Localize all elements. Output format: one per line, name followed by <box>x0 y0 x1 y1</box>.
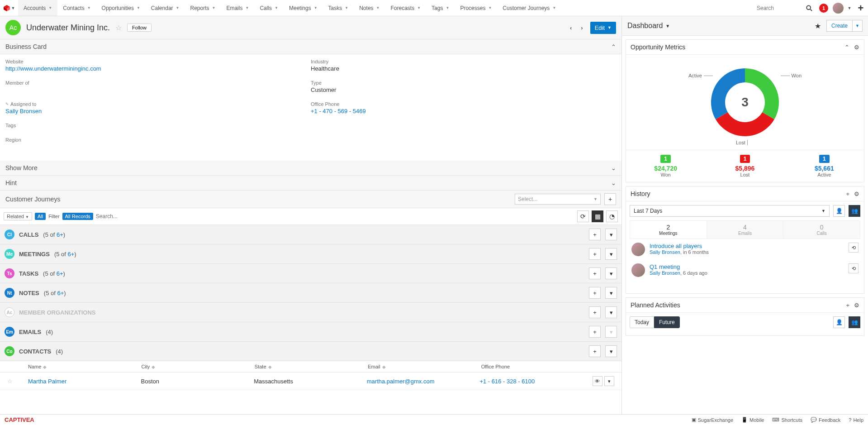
column-view-button[interactable]: ▦ <box>592 210 603 222</box>
nav-meetings[interactable]: Meetings▼ <box>284 0 323 16</box>
subpanel-calls[interactable]: Cl CALLS (5 of 6+) + ▾ <box>0 225 621 244</box>
assigned-user-link[interactable]: Sally Bronsen <box>5 108 42 115</box>
plus-icon[interactable]: + <box>846 191 849 197</box>
all-chip[interactable]: All <box>35 213 46 220</box>
nav-forecasts[interactable]: Forecasts▼ <box>385 0 426 16</box>
favorite-star-icon[interactable]: ★ <box>815 22 821 30</box>
dropdown-button[interactable]: ▾ <box>605 345 617 357</box>
history-range-select[interactable]: Last 7 Days ▼ <box>630 205 830 217</box>
th-city[interactable]: City◆ <box>138 364 251 369</box>
preview-button[interactable]: 👁 <box>593 376 602 386</box>
footer-sugarexchange[interactable]: ▣ SugarExchange <box>692 417 733 423</box>
user-avatar[interactable] <box>831 0 845 16</box>
nav-processes[interactable]: Processes▼ <box>455 0 497 16</box>
business-card-header[interactable]: Business Card ⌃ <box>0 39 621 54</box>
app-menu-cube[interactable]: ▼ <box>0 0 18 16</box>
nav-tasks[interactable]: Tasks▼ <box>323 0 354 16</box>
nav-notes[interactable]: Notes▼ <box>354 0 385 16</box>
contact-email-link[interactable]: martha.palmer@gmx.com <box>367 378 435 385</box>
subpanel-contacts[interactable]: Co CONTACTS (4) + ▾ <box>0 342 621 361</box>
nav-calendar[interactable]: Calendar▼ <box>146 0 185 16</box>
group-filter-button[interactable]: 👥 <box>849 316 860 328</box>
gear-icon[interactable]: ⚙ <box>854 44 859 51</box>
create-button[interactable]: Create <box>826 20 853 32</box>
create-dropdown[interactable]: ▼ <box>853 20 863 32</box>
global-search-input[interactable] <box>757 5 802 11</box>
activity-view-button[interactable]: ◔ <box>606 210 618 222</box>
add-button[interactable]: + <box>589 306 601 318</box>
contact-phone-link[interactable]: +1 - 616 - 328 - 6100 <box>479 378 535 385</box>
nav-emails[interactable]: Emails▼ <box>221 0 254 16</box>
search-icon[interactable] <box>802 0 816 16</box>
nav-customer-journeys[interactable]: Customer Journeys▼ <box>497 0 561 16</box>
today-pill[interactable]: Today <box>630 316 654 328</box>
footer-shortcuts[interactable]: ⌨ Shortcuts <box>772 417 802 423</box>
future-pill[interactable]: Future <box>654 316 680 328</box>
add-button[interactable]: + <box>589 229 601 240</box>
nav-reports[interactable]: Reports▼ <box>185 0 221 16</box>
favorite-star-icon[interactable]: ☆ <box>7 378 13 385</box>
user-filter-button[interactable]: 👤 <box>833 205 845 217</box>
phone-link[interactable]: +1 - 470 - 569 - 5469 <box>311 108 366 115</box>
dropdown-button[interactable]: ▾ <box>605 306 617 318</box>
footer-feedback[interactable]: 💬 Feedback <box>811 417 840 423</box>
add-button[interactable]: + <box>589 345 601 357</box>
history-tab-calls[interactable]: 0Calls <box>783 221 860 239</box>
edit-button[interactable]: Edit ▼ <box>590 22 616 34</box>
th-email[interactable]: Email◆ <box>365 364 478 369</box>
quick-create-button[interactable]: + <box>854 0 868 16</box>
gear-icon[interactable]: ⚙ <box>854 302 859 309</box>
chevron-down-icon[interactable]: ▼ <box>845 0 854 16</box>
subpanel-meetings[interactable]: Me MEETINGS (5 of 6+) + ▾ <box>0 244 621 264</box>
contact-name-link[interactable]: Martha Palmer <box>28 378 66 385</box>
history-item-link[interactable]: Q1 meeting <box>650 263 680 270</box>
subpanel-tasks[interactable]: Ts TASKS (5 of 6+) + ▾ <box>0 264 621 283</box>
dropdown-button[interactable]: ▾ <box>605 287 617 299</box>
favorite-star-icon[interactable]: ☆ <box>115 24 122 32</box>
dropdown-button[interactable]: ▾ <box>605 248 617 260</box>
collapse-icon[interactable]: ⌃ <box>844 44 849 51</box>
subpanel-notes[interactable]: Nt NOTES (5 of 6+) + ▾ <box>0 283 621 303</box>
gear-icon[interactable]: ⚙ <box>854 191 859 197</box>
hint-toggle[interactable]: Hint ⌄ <box>0 176 621 191</box>
user-filter-button[interactable]: 👤 <box>833 316 845 328</box>
footer-help[interactable]: ? Help <box>849 417 863 423</box>
dropdown-button[interactable]: ▾ <box>605 267 617 279</box>
footer-mobile[interactable]: 📱 Mobile <box>741 417 764 423</box>
dropdown-button[interactable]: ▾ <box>605 229 617 240</box>
nav-accounts[interactable]: Accounts▼ <box>18 0 57 16</box>
refresh-icon[interactable]: ⟲ <box>849 243 859 253</box>
subpanel-member-organizations[interactable]: Ac MEMBER ORGANIZATIONS + ▾ <box>0 303 621 322</box>
notifications-badge[interactable]: 1 <box>816 0 831 16</box>
nav-opportunities[interactable]: Opportunities▼ <box>96 0 146 16</box>
subpanel-emails[interactable]: Em EMAILS (4) + ▾ <box>0 322 621 342</box>
history-user-link[interactable]: Sally Bronsen <box>650 270 680 276</box>
row-actions-button[interactable]: ▾ <box>604 376 614 386</box>
related-search-input[interactable] <box>96 213 574 220</box>
add-button[interactable]: + <box>589 326 601 338</box>
nav-contacts[interactable]: Contacts▼ <box>57 0 96 16</box>
nav-tags[interactable]: Tags▼ <box>426 0 455 16</box>
nav-calls[interactable]: Calls▼ <box>254 0 284 16</box>
plus-icon[interactable]: + <box>846 302 849 309</box>
journey-select[interactable]: Select... ▼ <box>515 194 601 205</box>
add-button[interactable]: + <box>589 248 601 260</box>
group-filter-button[interactable]: 👥 <box>849 205 860 217</box>
add-journey-button[interactable]: + <box>604 193 616 205</box>
show-more-toggle[interactable]: Show More ⌄ <box>0 161 621 176</box>
history-tab-meetings[interactable]: 2Meetings <box>630 221 707 239</box>
refresh-button[interactable]: ⟳ <box>577 210 589 222</box>
refresh-icon[interactable]: ⟲ <box>849 263 859 273</box>
prev-record-button[interactable]: ‹ <box>568 24 574 31</box>
th-state[interactable]: State◆ <box>252 364 365 369</box>
all-records-chip[interactable]: All Records <box>62 213 93 220</box>
th-name[interactable]: Name◆ <box>25 364 138 369</box>
history-tab-emails[interactable]: 4Emails <box>707 221 784 239</box>
website-link[interactable]: http://www.underwatermininginc.com <box>5 65 101 72</box>
history-item-link[interactable]: Introduce all players <box>650 243 702 249</box>
add-button[interactable]: + <box>589 287 601 299</box>
th-phone[interactable]: Office Phone <box>479 364 592 369</box>
dashboard-title[interactable]: Dashboard ▼ <box>627 22 670 30</box>
follow-button[interactable]: Follow <box>127 24 152 32</box>
add-button[interactable]: + <box>589 267 601 279</box>
